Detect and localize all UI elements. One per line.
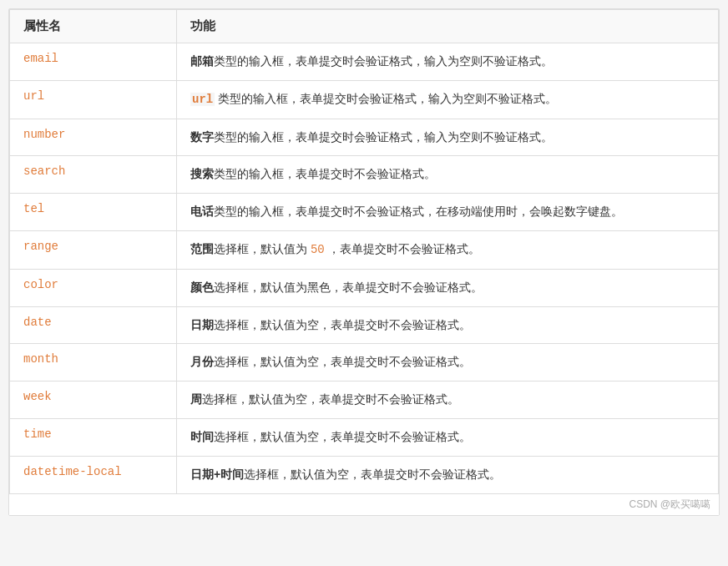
attr-cell: week	[10, 382, 177, 419]
func-cell: url 类型的输入框，表单提交时会验证格式，输入为空则不验证格式。	[177, 80, 719, 119]
attr-cell: range	[10, 230, 177, 269]
header-attr: 属性名	[10, 10, 177, 43]
func-cell: 搜索类型的输入框，表单提交时不会验证格式。	[177, 156, 719, 194]
table-footer: CSDN @欧买噶噶	[9, 494, 719, 515]
attr-cell: number	[10, 119, 177, 156]
table-row: url url 类型的输入框，表单提交时会验证格式，输入为空则不验证格式。	[10, 80, 719, 119]
func-cell: 时间选择框，默认值为空，表单提交时不会验证格式。	[177, 418, 719, 456]
func-cell: 月份选择框，默认值为空，表单提交时不会验证格式。	[177, 344, 719, 382]
attr-cell: url	[10, 80, 177, 119]
func-cell: 范围选择框，默认值为 50 ，表单提交时不会验证格式。	[177, 230, 719, 269]
attributes-table: 属性名 功能 email邮箱类型的输入框，表单提交时会验证格式，输入为空则不验证…	[9, 9, 719, 494]
table-row: range范围选择框，默认值为 50 ，表单提交时不会验证格式。	[10, 230, 719, 269]
attr-cell: email	[10, 43, 177, 81]
func-cell: 颜色选择框，默认值为黑色，表单提交时不会验证格式。	[177, 269, 719, 306]
attr-cell: color	[10, 269, 177, 306]
func-cell: 数字类型的输入框，表单提交时会验证格式，输入为空则不验证格式。	[177, 119, 719, 156]
table-row: search搜索类型的输入框，表单提交时不会验证格式。	[10, 156, 719, 194]
attr-cell: tel	[10, 194, 177, 231]
func-cell: 邮箱类型的输入框，表单提交时会验证格式，输入为空则不验证格式。	[177, 43, 719, 81]
func-cell: 周选择框，默认值为空，表单提交时不会验证格式。	[177, 382, 719, 419]
main-table-container: 属性名 功能 email邮箱类型的输入框，表单提交时会验证格式，输入为空则不验证…	[8, 8, 720, 516]
attr-cell: date	[10, 306, 177, 344]
table-row: number数字类型的输入框，表单提交时会验证格式，输入为空则不验证格式。	[10, 119, 719, 156]
table-row: tel电话类型的输入框，表单提交时不会验证格式，在移动端使用时，会唤起数字键盘。	[10, 194, 719, 231]
table-row: datetime-local日期+时间选择框，默认值为空，表单提交时不会验证格式…	[10, 456, 719, 493]
func-cell: 电话类型的输入框，表单提交时不会验证格式，在移动端使用时，会唤起数字键盘。	[177, 194, 719, 231]
table-row: color颜色选择框，默认值为黑色，表单提交时不会验证格式。	[10, 269, 719, 306]
table-row: month月份选择框，默认值为空，表单提交时不会验证格式。	[10, 344, 719, 382]
table-row: time时间选择框，默认值为空，表单提交时不会验证格式。	[10, 418, 719, 456]
table-row: date日期选择框，默认值为空，表单提交时不会验证格式。	[10, 306, 719, 344]
attr-cell: month	[10, 344, 177, 382]
attr-cell: time	[10, 418, 177, 456]
attr-cell: search	[10, 156, 177, 194]
func-cell: 日期+时间选择框，默认值为空，表单提交时不会验证格式。	[177, 456, 719, 493]
table-row: week周选择框，默认值为空，表单提交时不会验证格式。	[10, 382, 719, 419]
table-header-row: 属性名 功能	[10, 10, 719, 43]
func-cell: 日期选择框，默认值为空，表单提交时不会验证格式。	[177, 306, 719, 344]
table-row: email邮箱类型的输入框，表单提交时会验证格式，输入为空则不验证格式。	[10, 43, 719, 81]
attr-cell: datetime-local	[10, 456, 177, 493]
header-func: 功能	[177, 10, 719, 43]
